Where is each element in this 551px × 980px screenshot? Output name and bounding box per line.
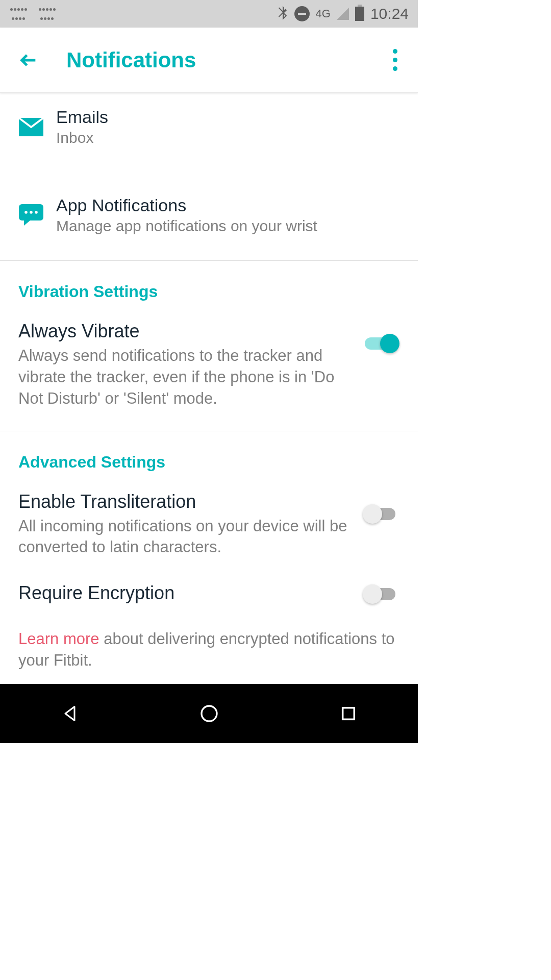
android-status-bar: 4G 10:24: [0, 0, 418, 28]
item-title: App Notifications: [56, 195, 399, 215]
section-header-vibration: Vibration Settings: [0, 261, 418, 310]
nav-back-button[interactable]: [39, 704, 101, 723]
page-title: Notifications: [66, 48, 196, 72]
setting-description: All incoming notifications on your devic…: [18, 516, 353, 558]
bluetooth-icon: [277, 5, 288, 23]
setting-description: Always send notifications to the tracker…: [18, 345, 353, 409]
email-icon: [18, 114, 44, 140]
setting-title: Always Vibrate: [18, 321, 353, 342]
chat-icon: [18, 203, 44, 228]
setting-require-encryption[interactable]: Require Encryption: [0, 568, 418, 617]
encryption-footer: Learn more about delivering encrypted no…: [0, 617, 418, 682]
setting-title: Require Encryption: [18, 582, 353, 604]
section-header-advanced: Advanced Settings: [0, 431, 418, 481]
network-label: 4G: [316, 7, 331, 20]
svg-point-2: [30, 211, 33, 214]
toggle-always-vibrate[interactable]: [363, 334, 399, 353]
item-subtitle: Inbox: [56, 129, 399, 146]
setting-title: Enable Transliteration: [18, 491, 353, 512]
statusbar-left: [9, 5, 56, 23]
toggle-transliteration[interactable]: [363, 504, 399, 524]
fitbit-icon: [38, 5, 56, 23]
list-item-emails[interactable]: Emails Inbox: [0, 93, 418, 161]
fitbit-icon: [9, 5, 28, 23]
item-title: Emails: [56, 107, 399, 127]
android-nav-bar: [0, 684, 418, 743]
setting-always-vibrate[interactable]: Always Vibrate Always send notifications…: [0, 310, 418, 420]
clock: 10:24: [370, 5, 409, 22]
statusbar-right: 4G 10:24: [277, 5, 409, 23]
back-button[interactable]: [18, 50, 39, 70]
toggle-encryption[interactable]: [363, 584, 399, 604]
item-subtitle: Manage app notifications on your wrist: [56, 217, 399, 235]
svg-point-1: [24, 211, 28, 214]
signal-icon: [337, 8, 349, 20]
svg-point-4: [202, 706, 217, 721]
list-item-app-notifications[interactable]: App Notifications Manage app notificatio…: [0, 181, 418, 249]
setting-enable-transliteration[interactable]: Enable Transliteration All incoming noti…: [0, 481, 418, 569]
app-bar: Notifications: [0, 28, 418, 93]
do-not-disturb-icon: [294, 6, 310, 21]
battery-icon: [355, 7, 364, 21]
more-menu-button[interactable]: [388, 44, 403, 76]
nav-recent-button[interactable]: [318, 705, 379, 722]
learn-more-link[interactable]: Learn more: [18, 630, 99, 648]
nav-home-button[interactable]: [179, 703, 240, 724]
svg-rect-5: [342, 708, 354, 720]
svg-point-3: [35, 211, 38, 214]
